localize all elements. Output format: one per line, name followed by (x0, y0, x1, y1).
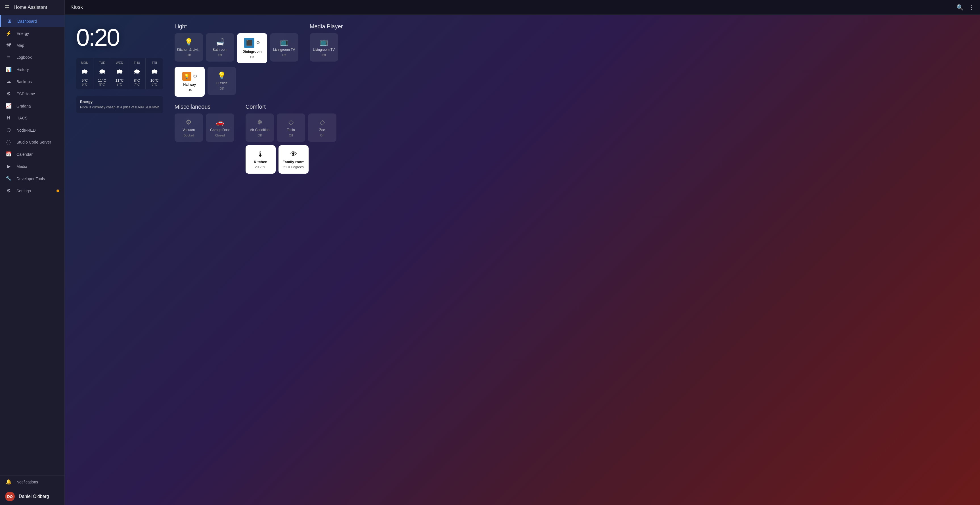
diningroom-icon: ⬛ (244, 38, 255, 48)
livingroom-tv-media-card[interactable]: 📺 Livingroom TV Off (310, 33, 338, 62)
media-player-title: Media Player (310, 23, 343, 30)
bottom-panels-row: Miscellaneous ⚙ Vacuum Docked 🚗 Garage D… (175, 103, 969, 174)
sidebar-item-media[interactable]: ▶ Media (0, 160, 64, 173)
studio-code-icon: { } (5, 139, 12, 145)
temp-high: 11°C (115, 78, 124, 83)
sidebar-item-node-red[interactable]: ⬡ Node-RED (0, 124, 64, 136)
dashboard: 0:20 MON 🌧 9°C 9°C TUE 🌧 11°C 8°C WED 🌧 … (65, 15, 980, 505)
bathroom-card[interactable]: 🛁 Bathroom Off (206, 33, 234, 62)
backups-icon: ☁ (5, 79, 12, 84)
weather-grid: MON 🌧 9°C 9°C TUE 🌧 11°C 8°C WED 🌧 11°C … (76, 58, 163, 89)
outside-card[interactable]: 💡 Outside Off (207, 67, 236, 95)
air-condition-label: Air Condition (250, 128, 269, 132)
top-panels-row: Light 💡 Kitchen & Livi... Off 🛁 Bathroom (175, 23, 969, 97)
kitchen-icon: 💡 (185, 38, 193, 46)
air-condition-card[interactable]: ❄ Air Condition Off (245, 113, 274, 142)
kitchen-state: Off (187, 53, 191, 57)
energy-icon: ⚡ (5, 30, 12, 36)
family-room-sensor-label: Family room (283, 160, 304, 164)
sidebar-item-calendar[interactable]: 📅 Calendar (0, 148, 64, 160)
zoe-card[interactable]: ◇ Zoe Off (308, 113, 336, 142)
sidebar-item-energy[interactable]: ⚡ Energy (0, 27, 64, 40)
day-name: THU (134, 61, 140, 64)
weather-icon: 🌧 (99, 67, 106, 76)
temp-high: 10°C (151, 78, 159, 83)
sidebar-item-backups[interactable]: ☁ Backups (0, 75, 64, 88)
user-avatar: DO (5, 492, 15, 501)
sidebar-item-map[interactable]: 🗺 Map (0, 40, 64, 51)
misc-section: Miscellaneous ⚙ Vacuum Docked 🚗 Garage D… (175, 103, 234, 174)
page-title: Kiosk (70, 4, 83, 10)
day-name: TUE (99, 61, 105, 64)
sidebar-item-settings[interactable]: ⚙ Settings (0, 185, 64, 197)
weather-day-tue: TUE 🌧 11°C 8°C (94, 58, 111, 89)
bathroom-label: Bathroom (213, 48, 228, 52)
media-player-section: Media Player 📺 Livingroom TV Off (310, 23, 343, 97)
vacuum-icon: ⚙ (186, 118, 192, 126)
diningroom-state: On (250, 55, 254, 59)
history-label: History (16, 67, 29, 72)
hallway-settings-icon: ⚙ (193, 73, 197, 79)
garage-door-card[interactable]: 🚗 Garage Door Closed (206, 113, 234, 142)
dev-tools-icon: 🔧 (5, 176, 12, 181)
media-player-cards: 📺 Livingroom TV Off (310, 33, 343, 62)
vacuum-card[interactable]: ⚙ Vacuum Docked (175, 113, 203, 142)
sidebar-item-dev-tools[interactable]: 🔧 Developer Tools (0, 173, 64, 185)
hamburger-icon[interactable]: ☰ (5, 4, 10, 11)
logbook-label: Logbook (16, 55, 32, 60)
sidebar-item-grafana[interactable]: 📈 Grafana (0, 100, 64, 112)
kitchen-sensor-card[interactable]: 🌡 Kitchen 20.2 °C (245, 145, 276, 174)
esphome-icon: ⚙ (5, 91, 12, 97)
search-icon[interactable]: 🔍 (956, 4, 964, 11)
sidebar-item-hacs[interactable]: H HACS (0, 112, 64, 124)
light-section: Light 💡 Kitchen & Livi... Off 🛁 Bathroom (175, 23, 298, 97)
notifications-icon: 🔔 (5, 479, 12, 485)
more-options-icon[interactable]: ⋮ (969, 4, 974, 11)
weather-icon: 🌧 (116, 67, 123, 76)
right-panels: Light 💡 Kitchen & Livi... Off 🛁 Bathroom (175, 23, 969, 497)
kitchen-living-card[interactable]: 💡 Kitchen & Livi... Off (175, 33, 203, 62)
media-label: Media (16, 164, 27, 169)
tesla-icon: ◇ (288, 118, 294, 126)
light-row1: 💡 Kitchen & Livi... Off 🛁 Bathroom Off (175, 33, 298, 63)
day-name: MON (81, 61, 88, 64)
sidebar-user[interactable]: DO Daniel Oldberg (0, 488, 64, 505)
family-room-sensor-card[interactable]: 👁 Family room 21.0 Degrees (278, 145, 309, 174)
dashboard-icon: ⊞ (6, 18, 13, 24)
grafana-label: Grafana (16, 104, 31, 108)
sidebar-nav: ⊞ Dashboard ⚡ Energy 🗺 Map ≡ Logbook 📊 H… (0, 15, 64, 197)
sidebar-bottom: 🔔 Notifications DO Daniel Oldberg (0, 475, 64, 505)
air-condition-state: Off (258, 133, 262, 137)
temp-low: 6°C (151, 83, 157, 87)
node-red-label: Node-RED (16, 128, 36, 132)
sidebar-item-notifications[interactable]: 🔔 Notifications (0, 476, 64, 488)
sidebar-item-history[interactable]: 📊 History (0, 63, 64, 75)
temp-high: 8°C (134, 78, 140, 83)
misc-cards: ⚙ Vacuum Docked 🚗 Garage Door Closed (175, 113, 234, 142)
sidebar-item-logbook[interactable]: ≡ Logbook (0, 51, 64, 63)
weather-day-mon: MON 🌧 9°C 9°C (76, 58, 94, 89)
tv-media-icon: 📺 (320, 38, 328, 46)
topbar-icons: 🔍 ⋮ (956, 4, 974, 11)
media-icon: ▶ (5, 164, 12, 169)
diningroom-card[interactable]: ⬛ ⚙ Diningroom On (237, 33, 267, 63)
hallway-card[interactable]: 💡 ⚙ Hallway On (175, 67, 205, 97)
bathroom-state: Off (218, 53, 222, 57)
energy-card: Energy Price is currently cheap at a pri… (76, 96, 163, 113)
hallway-label: Hallway (183, 83, 196, 87)
comfort-device-cards: ❄ Air Condition Off ◇ Tesla Off ◇ Zoe (245, 113, 336, 142)
map-label: Map (16, 43, 24, 48)
family-room-sensor-icon: 👁 (290, 150, 297, 159)
sidebar-item-studio-code[interactable]: { } Studio Code Server (0, 136, 64, 148)
tesla-card[interactable]: ◇ Tesla Off (277, 113, 305, 142)
light-row2: 💡 ⚙ Hallway On 💡 Outside Off (175, 67, 298, 97)
livingroom-tv-icon: 📺 (280, 38, 288, 46)
tesla-label: Tesla (287, 128, 295, 132)
sidebar-item-dashboard[interactable]: ⊞ Dashboard (0, 15, 64, 27)
calendar-label: Calendar (16, 152, 33, 157)
air-condition-icon: ❄ (257, 118, 262, 126)
livingroom-tv-card[interactable]: 📺 Livingroom TV Off (270, 33, 298, 62)
sidebar-item-esphome[interactable]: ⚙ ESPHome (0, 88, 64, 100)
studio-code-label: Studio Code Server (16, 140, 51, 145)
settings-icon: ⚙ (5, 188, 12, 194)
